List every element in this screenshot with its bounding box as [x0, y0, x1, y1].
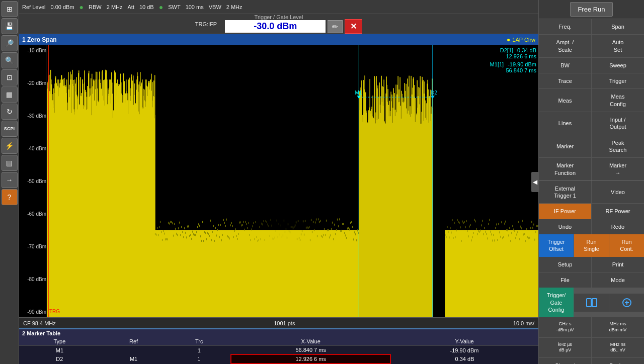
col-ref: Ref — [100, 337, 168, 346]
m1-xval: 56.840 7 ms — [231, 346, 390, 355]
span-button[interactable]: Span — [592, 19, 644, 34]
m1-type: M1 — [19, 346, 100, 355]
y-label-50: -50 dBm — [20, 178, 46, 184]
y-label-70: -70 dBm — [20, 244, 46, 249]
icon-btn-1[interactable] — [574, 294, 609, 312]
trigger-type-grid: ExternalTrigger 1 Video IF Power RF Powe… — [539, 180, 644, 219]
y-label-40: -40 dBm — [20, 146, 46, 151]
spectrum-mode: 1AP Clrw — [512, 37, 535, 43]
col-type: Type — [19, 337, 100, 346]
trigger-input[interactable]: -30.0 dBm — [225, 20, 326, 33]
freq-button[interactable]: Freq. — [539, 19, 591, 34]
trace-button[interactable]: Trace — [539, 73, 591, 88]
meas-button[interactable]: Meas — [539, 89, 591, 112]
ampt-scale-button[interactable]: Ampt. /Scale — [539, 35, 591, 57]
toolbar-btn-5[interactable]: ↻ — [2, 104, 18, 120]
trigger-bar: TRG:IFP Trigger / Gate Level -30.0 dBm ✏… — [19, 14, 538, 34]
top-bar: Ref Level 0.00 dBm ● RBW 2 MHz Att 10 dB… — [19, 0, 538, 14]
rf-power-button[interactable]: RF Power — [592, 204, 644, 219]
trigger-gate-config-button[interactable]: Trigger/GateConfig — [539, 288, 574, 317]
y-label-10: -10 dBm — [20, 48, 46, 53]
marker-readouts: D2[1] 0.34 dB 12.926 6 ms M1[1] -19.90 d… — [490, 47, 536, 73]
toolbar-btn-3[interactable]: ⊡ — [2, 69, 18, 85]
vbw-label: VBW — [209, 4, 221, 10]
ref-level-label: Ref Level — [22, 4, 45, 10]
trigger-offset-button[interactable]: TriggerOffset — [539, 234, 574, 257]
peak-search-button[interactable]: PeakSearch — [592, 135, 644, 158]
y-label-90: -90 dBm — [20, 309, 46, 315]
run-single-button[interactable]: RunSingle — [574, 234, 609, 257]
print-button[interactable]: Print — [592, 257, 644, 272]
setup-button[interactable]: Setup — [539, 257, 591, 272]
gate-config-grid: Trigger/GateConfig — [539, 288, 644, 317]
m1-dbm: -19.90 dBm — [508, 61, 536, 67]
external-trigger-button[interactable]: ExternalTrigger 1 — [539, 181, 591, 204]
input-output-button[interactable]: Input /Output — [592, 112, 644, 135]
d2-xval[interactable]: 12.926 6 ms — [231, 354, 390, 363]
bottom-info: CF 98.4 MHz 1001 pts 10.0 ms/ — [19, 317, 538, 328]
spectrum-body: -10 dBm -20 dBm -30 dBm -40 dBm -50 dBm … — [19, 45, 538, 317]
d2-yval: 0.34 dB — [390, 354, 538, 363]
device-preset-button[interactable]: DevicePreset — [592, 358, 644, 364]
collapse-arrow[interactable]: ◀ — [531, 172, 538, 192]
right-button-grid: Freq. Span Ampt. /Scale AutoSet BW Sweep… — [539, 19, 644, 180]
trigger-button[interactable]: Trigger — [592, 73, 644, 88]
toolbar-btn-save[interactable]: 💾 — [2, 18, 18, 34]
sweep-button[interactable]: Sweep — [592, 58, 644, 73]
d2-trc: 1 — [167, 354, 231, 363]
bw-button[interactable]: BW — [539, 58, 591, 73]
trigger-close-button[interactable]: ✕ — [345, 19, 362, 34]
d2-ref: M1 — [100, 354, 168, 363]
trigger-edit-button[interactable]: ✏ — [328, 20, 343, 33]
toolbar-btn-1[interactable]: ⊞ — [2, 1, 18, 17]
toolbar-btn-zoom2[interactable]: 🔍 — [2, 52, 18, 68]
toolbar-btn-7[interactable]: ▤ — [2, 155, 18, 171]
marker-table-section: 2 Marker Table Type Ref Trc X-Value Y-Va… — [19, 328, 538, 364]
rbw-dot: ● — [79, 3, 84, 11]
att-value: 10 dB — [139, 4, 154, 10]
video-button[interactable]: Video — [592, 181, 644, 204]
y-label-30: -30 dBm — [20, 113, 46, 119]
marker-function-button[interactable]: MarkerFunction — [539, 158, 591, 180]
toolbar-btn-scpi[interactable]: SCPI — [2, 121, 18, 137]
trigger-value-box: -30.0 dBm ✏ ✕ — [225, 19, 362, 34]
channel-preset-button[interactable]: ChannelPreset — [539, 358, 591, 364]
free-run-button[interactable]: Free Run — [570, 2, 612, 17]
run-cont-button[interactable]: RunCont. — [609, 234, 644, 257]
toolbar-btn-arrow[interactable]: → — [2, 172, 18, 188]
file-button[interactable]: File — [539, 272, 591, 288]
rbw-label: RBW — [89, 4, 102, 10]
col-yvalue: Y-Value — [390, 337, 538, 346]
toolbar-btn-help[interactable]: ? — [2, 189, 18, 205]
unit-mhz-ns[interactable]: MHz nsdB.. nV — [592, 338, 644, 357]
pts-label: 1001 pts — [274, 320, 295, 326]
unit-ghz-s[interactable]: GHz s-dBm µV — [539, 317, 591, 337]
d2-label: D2[1] — [500, 47, 513, 53]
toolbar-btn-zoom1[interactable]: 🔎 — [2, 35, 18, 51]
unit-khz-us[interactable]: kHz µsdB µV — [539, 338, 591, 357]
m1-yval: -19.90 dBm — [390, 346, 538, 355]
marker-table-title: 2 Marker Table — [19, 329, 538, 337]
ref-level-value: 0.00 dBm — [50, 4, 74, 10]
auto-set-button[interactable]: AutoSet — [592, 35, 644, 57]
m1-label: M1[1] — [490, 61, 504, 67]
setup-grid: Setup Print File Mode — [539, 257, 644, 288]
toolbar-btn-4[interactable]: ▦ — [2, 86, 18, 103]
m1-ref — [100, 346, 168, 355]
meas-config-button[interactable]: MeasConfig — [592, 89, 644, 112]
trg-label: TRG:IFP — [195, 21, 217, 27]
redo-button[interactable]: Redo — [592, 219, 644, 234]
y-label-80: -80 dBm — [20, 277, 46, 282]
icon-btn-2[interactable] — [609, 294, 644, 312]
lines-button[interactable]: Lines — [539, 112, 591, 135]
spectrum-canvas — [19, 45, 538, 317]
unit-mhz-ms[interactable]: MHz msdBm mV — [592, 317, 644, 337]
mode-button[interactable]: Mode — [592, 272, 644, 288]
main-area: Ref Level 0.00 dBm ● RBW 2 MHz Att 10 dB… — [19, 0, 538, 364]
if-power-button[interactable]: IF Power — [539, 204, 591, 219]
marker-button[interactable]: Marker — [539, 135, 591, 158]
toolbar-btn-6[interactable]: ⚡ — [2, 138, 18, 154]
swt-dot: ● — [159, 3, 163, 11]
undo-button[interactable]: Undo — [539, 219, 591, 234]
marker-arrow-button[interactable]: Marker→ — [592, 158, 644, 180]
